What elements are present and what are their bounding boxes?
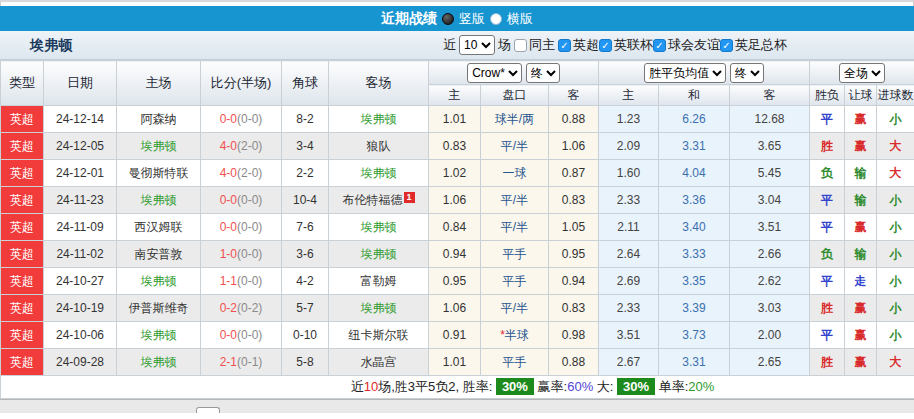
corner-count: 2-2 xyxy=(282,160,329,187)
home-team[interactable]: 南安普敦 xyxy=(117,241,201,268)
scope-select[interactable]: 全场 xyxy=(839,63,885,83)
table-row[interactable]: 英超 24-12-01 曼彻斯特联 4-0(2-0) 2-2 埃弗顿 1.02 … xyxy=(1,160,914,187)
table-row[interactable]: 英超 24-09-28 埃弗顿 2-1(0-1) 5-8 水晶宫 1.01 平手… xyxy=(1,349,914,376)
odds-home: 0.94 xyxy=(429,241,481,268)
league-type-badge: 英超 xyxy=(1,160,44,187)
match-result: 负 xyxy=(810,241,845,268)
odds-state-select[interactable]: 终 xyxy=(526,63,560,83)
match-result: 胜 xyxy=(810,295,845,322)
avg-home-odds: 2.64 xyxy=(599,241,659,268)
league-filter-2[interactable]: ✓球会友谊 xyxy=(653,36,720,54)
sub-header-avg-home: 主 xyxy=(599,85,659,106)
away-team[interactable]: 富勒姆 xyxy=(329,268,429,295)
avg-home-odds: 2.09 xyxy=(599,133,659,160)
handicap: 平/半 xyxy=(481,133,549,160)
vertical-layout-radio[interactable] xyxy=(442,13,454,25)
league-checkbox-2[interactable]: ✓ xyxy=(653,39,666,52)
table-row[interactable]: 英超 24-10-19 伊普斯维奇 0-2(0-2) 5-7 埃弗顿 1.06 … xyxy=(1,295,914,322)
vertical-layout-label[interactable]: 竖版 xyxy=(459,10,485,28)
table-row[interactable]: 英超 24-12-05 埃弗顿 4-0(2-0) 3-4 狼队 0.83 平/半… xyxy=(1,133,914,160)
league-type-badge: 英超 xyxy=(1,322,44,349)
avg-draw-odds: 3.31 xyxy=(659,349,730,376)
home-team[interactable]: 埃弗顿 xyxy=(117,133,201,160)
odds-home: 0.83 xyxy=(429,133,481,160)
table-row[interactable]: 英超 24-11-23 埃弗顿 0-0(0-0) 10-4 布伦特福德1 1.0… xyxy=(1,187,914,214)
horizontal-layout-radio[interactable] xyxy=(490,13,502,25)
away-team[interactable]: 布伦特福德1 xyxy=(329,187,429,214)
away-team[interactable]: 埃弗顿 xyxy=(329,241,429,268)
home-team[interactable]: 阿森纳 xyxy=(117,106,201,133)
match-count-select[interactable]: 10 xyxy=(459,35,495,55)
sub-header-goals: 进球数 xyxy=(877,85,914,106)
odds-away: 0.95 xyxy=(549,241,599,268)
handicap: 平手 xyxy=(481,349,549,376)
home-team[interactable]: 埃弗顿 xyxy=(117,268,201,295)
handicap-result: 走 xyxy=(845,268,877,295)
home-team[interactable]: 埃弗顿 xyxy=(117,349,201,376)
handicap: 平/半 xyxy=(481,187,549,214)
home-team[interactable]: 曼彻斯特联 xyxy=(117,160,201,187)
match-score: 0-0(0-0) xyxy=(201,214,282,241)
match-date: 24-10-27 xyxy=(44,268,117,295)
away-team[interactable]: 埃弗顿 xyxy=(329,160,429,187)
league-checkbox-1[interactable]: ✓ xyxy=(599,39,612,52)
avg-home-odds: 2.11 xyxy=(599,214,659,241)
table-row[interactable]: 英超 24-10-27 埃弗顿 1-1(0-0) 4-2 富勒姆 0.95 平手… xyxy=(1,268,914,295)
match-result: 胜 xyxy=(810,133,845,160)
col-header-score: 比分(半场) xyxy=(201,61,282,106)
odds-company-select[interactable]: Crow* xyxy=(467,63,522,83)
goals-result: 小 xyxy=(877,295,914,322)
page-title: 近期战绩 xyxy=(381,10,437,28)
same-host-checkbox[interactable]: ✓ xyxy=(514,39,527,52)
scope-group-header: 全场 xyxy=(810,61,914,85)
away-team[interactable]: 埃弗顿 xyxy=(329,106,429,133)
results-table-body: 英超 24-12-14 阿森纳 0-0(0-0) 8-2 埃弗顿 1.01 球半… xyxy=(1,106,914,376)
corner-count: 10-4 xyxy=(282,187,329,214)
avg-away-odds: 3.04 xyxy=(730,187,810,214)
match-score: 0-0(0-0) xyxy=(201,322,282,349)
table-row[interactable]: 英超 24-12-14 阿森纳 0-0(0-0) 8-2 埃弗顿 1.01 球半… xyxy=(1,106,914,133)
match-date: 24-09-28 xyxy=(44,349,117,376)
corner-count: 8-2 xyxy=(282,106,329,133)
avg-away-odds: 12.68 xyxy=(730,106,810,133)
corner-count: 3-4 xyxy=(282,133,329,160)
avg-away-odds: 5.45 xyxy=(730,160,810,187)
away-team[interactable]: 水晶宫 xyxy=(329,349,429,376)
corner-count: 0-10 xyxy=(282,322,329,349)
handicap: 平手 xyxy=(481,241,549,268)
avg-away-odds: 3.03 xyxy=(730,295,810,322)
home-team[interactable]: 埃弗顿 xyxy=(117,187,201,214)
horizontal-layout-label[interactable]: 横版 xyxy=(507,10,533,28)
goals-result: 大 xyxy=(877,349,914,376)
odds-win-pct: 60% xyxy=(567,379,593,394)
league-type-badge: 英超 xyxy=(1,106,44,133)
odds-home: 1.01 xyxy=(429,106,481,133)
avg-home-odds: 2.33 xyxy=(599,295,659,322)
odds-away: 0.88 xyxy=(549,349,599,376)
goals-result: 小 xyxy=(877,187,914,214)
bottom-divider xyxy=(0,399,914,413)
avg-away-odds: 2.66 xyxy=(730,241,810,268)
league-checkbox-3[interactable]: ✓ xyxy=(720,39,733,52)
avg-state-select[interactable]: 终 xyxy=(730,63,764,83)
home-team[interactable]: 埃弗顿 xyxy=(117,322,201,349)
away-team[interactable]: 纽卡斯尔联 xyxy=(329,322,429,349)
league-filter-3[interactable]: ✓英足总杯 xyxy=(720,36,787,54)
away-team[interactable]: 埃弗顿 xyxy=(329,295,429,322)
match-date: 24-10-19 xyxy=(44,295,117,322)
home-team[interactable]: 西汉姆联 xyxy=(117,214,201,241)
col-header-date: 日期 xyxy=(44,61,117,106)
league-checkbox-0[interactable]: ✓ xyxy=(558,39,571,52)
away-team[interactable]: 埃弗顿 xyxy=(329,214,429,241)
home-team[interactable]: 伊普斯维奇 xyxy=(117,295,201,322)
same-host-filter[interactable]: ✓ 同主 xyxy=(514,36,555,54)
table-row[interactable]: 英超 24-10-06 埃弗顿 0-0(0-0) 0-10 纽卡斯尔联 0.91… xyxy=(1,322,914,349)
avg-type-select[interactable]: 胜平负均值 xyxy=(644,63,726,83)
handicap-result: 赢 xyxy=(845,295,877,322)
goals-result: 小 xyxy=(877,214,914,241)
away-team[interactable]: 狼队 xyxy=(329,133,429,160)
table-row[interactable]: 英超 24-11-02 南安普敦 1-0(0-0) 3-6 埃弗顿 0.94 平… xyxy=(1,241,914,268)
table-row[interactable]: 英超 24-11-09 西汉姆联 0-0(0-0) 7-6 埃弗顿 0.84 平… xyxy=(1,214,914,241)
league-filter-1[interactable]: ✓英联杯 xyxy=(599,36,653,54)
league-filter-0[interactable]: ✓英超 xyxy=(558,36,599,54)
